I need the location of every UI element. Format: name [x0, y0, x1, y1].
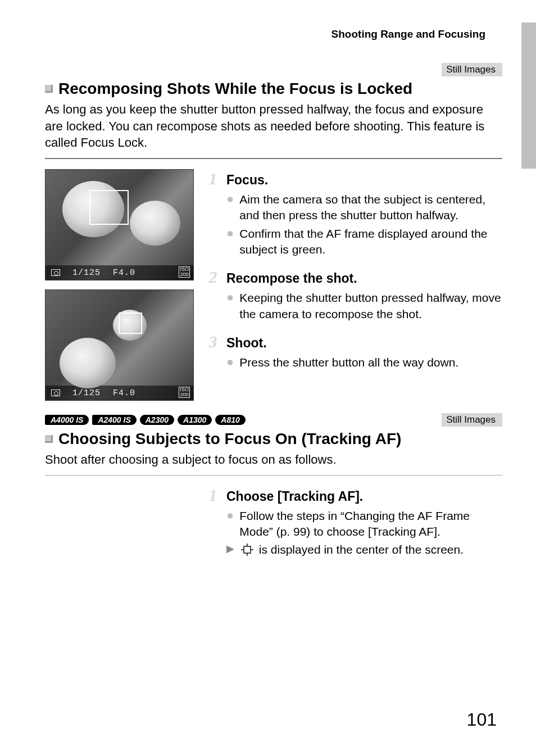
- thumb-statusbar: 1/125 F4.0: [46, 265, 193, 280]
- bullet-row: ● Aim the camera so that the subject is …: [226, 192, 502, 224]
- aperture-value: F4.0: [113, 388, 135, 398]
- tracking-target-icon: [241, 544, 253, 556]
- example-thumbnail-1: 1/125 F4.0 ISO 200: [45, 169, 194, 280]
- bullet-icon: ●: [226, 226, 234, 258]
- step-number: 3: [206, 332, 220, 351]
- steps-column: 1 Focus. ● Aim the camera so that the su…: [206, 169, 502, 401]
- steps-block: 1/125 F4.0 ISO 200 1/125 F4.0 ISO 200: [45, 169, 502, 401]
- section-intro: As long as you keep the shutter button p…: [45, 101, 502, 151]
- camera-icon: [51, 269, 60, 276]
- step-body: ● Keeping the shutter button pressed hal…: [206, 290, 502, 322]
- step-number: 1: [206, 169, 220, 188]
- result-row: ▶ is displayed in the center of the scre…: [226, 542, 502, 558]
- step-number: 1: [206, 486, 220, 505]
- bullet-icon: ●: [226, 290, 234, 322]
- bullet-row: ● Confirm that the AF frame displayed ar…: [226, 226, 502, 258]
- step-body: ● Press the shutter button all the way d…: [206, 355, 502, 370]
- section-heading-row: Recomposing Shots While the Focus is Loc…: [45, 80, 502, 98]
- model-badge: A810: [215, 415, 245, 425]
- iso-label-bottom: 200: [180, 272, 189, 277]
- divider: [45, 158, 502, 159]
- bullet-text: Follow the steps in “Changing the AF Fra…: [239, 508, 502, 540]
- page: Shooting Range and Focusing Still Images…: [0, 0, 536, 756]
- step: 1 Focus. ● Aim the camera so that the su…: [206, 169, 502, 257]
- thumb-column: [45, 486, 194, 568]
- tag-row: Still Images: [45, 63, 502, 76]
- thumb-statusbar: 1/125 F4.0: [46, 386, 193, 400]
- step-head: 3 Shoot.: [206, 332, 502, 351]
- media-tag-still-images: Still Images: [442, 413, 502, 427]
- iso-badge: ISO 200: [179, 387, 190, 398]
- step-title: Shoot.: [226, 336, 267, 351]
- step: 3 Shoot. ● Press the shutter button all …: [206, 332, 502, 370]
- step-head: 1 Choose [Tracking AF].: [206, 486, 502, 505]
- iso-badge: ISO 200: [179, 266, 190, 278]
- page-number: 101: [467, 709, 497, 730]
- iso-label-bottom: 200: [180, 392, 189, 397]
- example-thumbnail-2: 1/125 F4.0 ISO 200: [45, 289, 194, 401]
- bullet-row: ● Keeping the shutter button pressed hal…: [226, 290, 502, 322]
- svg-rect-0: [244, 546, 251, 553]
- model-badge: A1300: [178, 415, 212, 425]
- steps-column: 1 Choose [Tracking AF]. ● Follow the ste…: [206, 486, 502, 568]
- step-head: 2 Recompose the shot.: [206, 268, 502, 287]
- result-text: is displayed in the center of the screen…: [240, 542, 464, 558]
- shutter-value: 1/125: [72, 268, 101, 278]
- step: 2 Recompose the shot. ● Keeping the shut…: [206, 268, 502, 322]
- media-tag-still-images: Still Images: [442, 63, 502, 76]
- heading-bullet-icon: [45, 85, 53, 93]
- shutter-value: 1/125: [72, 388, 101, 398]
- bullet-row: ● Press the shutter button all the way d…: [226, 355, 502, 370]
- step-title: Choose [Tracking AF].: [226, 489, 363, 504]
- bullet-icon: ●: [226, 508, 234, 540]
- bullet-icon: ●: [226, 355, 234, 370]
- heading-bullet-icon: [45, 435, 53, 443]
- result-text-after-icon: is displayed in the center of the screen…: [256, 543, 464, 556]
- bullet-text: Confirm that the AF frame displayed arou…: [239, 226, 502, 258]
- step-head: 1 Focus.: [206, 169, 502, 188]
- section-heading-row: Choosing Subjects to Focus On (Tracking …: [45, 430, 502, 448]
- result-arrow-icon: ▶: [226, 542, 234, 558]
- step-body: ● Aim the camera so that the subject is …: [206, 192, 502, 257]
- camera-icon: [51, 390, 60, 396]
- aperture-value: F4.0: [113, 268, 135, 278]
- section-heading: Recomposing Shots While the Focus is Loc…: [58, 80, 412, 98]
- model-badge: A2400 IS: [92, 415, 136, 425]
- model-badge-row: A4000 IS A2400 IS A2300 A1300 A810 Still…: [45, 413, 502, 427]
- section-heading: Choosing Subjects to Focus On (Tracking …: [58, 430, 401, 448]
- bullet-icon: ●: [226, 192, 234, 224]
- step-number: 2: [206, 268, 220, 287]
- step-title: Focus.: [226, 173, 268, 188]
- af-frame: [89, 190, 129, 225]
- bullet-row: ● Follow the steps in “Changing the AF F…: [226, 508, 502, 540]
- bullet-text: Press the shutter button all the way dow…: [239, 355, 458, 370]
- section-intro: Shoot after choosing a subject to focus …: [45, 451, 502, 468]
- bullet-text: Keeping the shutter button pressed halfw…: [239, 290, 502, 322]
- thumb-column: 1/125 F4.0 ISO 200 1/125 F4.0 ISO 200: [45, 169, 194, 401]
- model-badge: A4000 IS: [45, 415, 89, 425]
- step: 1 Choose [Tracking AF]. ● Follow the ste…: [206, 486, 502, 558]
- model-badge: A2300: [140, 415, 174, 425]
- divider: [45, 475, 502, 476]
- bullet-text: Aim the camera so that the subject is ce…: [239, 192, 502, 224]
- breadcrumb: Shooting Range and Focusing: [45, 28, 502, 40]
- steps-block: 1 Choose [Tracking AF]. ● Follow the ste…: [45, 486, 502, 568]
- af-frame: [119, 313, 142, 334]
- step-body: ● Follow the steps in “Changing the AF F…: [206, 508, 502, 558]
- section-side-tab: [521, 22, 536, 169]
- step-title: Recompose the shot.: [226, 271, 357, 286]
